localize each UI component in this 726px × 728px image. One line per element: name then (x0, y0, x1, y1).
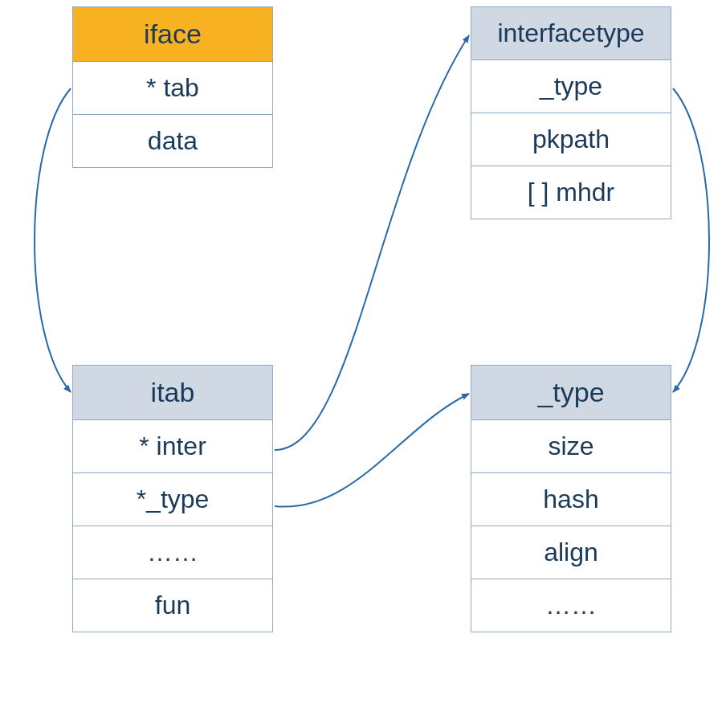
box-iface-row-0: * tab (73, 62, 272, 115)
box-interfacetype-title: interfacetype (471, 7, 671, 60)
box-iface-row-1: data (73, 115, 272, 167)
box-itab-row-1: *_type (73, 473, 272, 526)
box-type-row-2: align (471, 526, 671, 579)
box-type-row-1: hash (471, 473, 671, 526)
box-itab-row-2: …… (73, 526, 272, 579)
box-interfacetype-row-1: pkpath (471, 113, 671, 166)
box-type-title: _type (471, 366, 671, 420)
box-iface: iface * tab data (72, 6, 273, 168)
box-interfacetype-row-0: _type (471, 60, 671, 113)
box-itab-title: itab (73, 366, 272, 420)
arrow-iface-to-itab (35, 88, 71, 392)
box-itab-row-3: fun (73, 579, 272, 632)
arrow-interfacetype-to-type (673, 88, 709, 392)
box-type: _type size hash align …… (471, 365, 671, 632)
box-itab-row-0: * inter (73, 420, 272, 473)
box-interfacetype: interfacetype _type pkpath [ ] mhdr (471, 6, 671, 219)
box-iface-title: iface (73, 7, 272, 62)
box-type-row-0: size (471, 420, 671, 473)
box-type-row-3: …… (471, 579, 671, 632)
box-itab: itab * inter *_type …… fun (72, 365, 273, 632)
box-interfacetype-row-2: [ ] mhdr (471, 166, 671, 219)
arrow-itab-to-type (275, 394, 469, 507)
arrow-itab-to-interfacetype (275, 35, 469, 450)
